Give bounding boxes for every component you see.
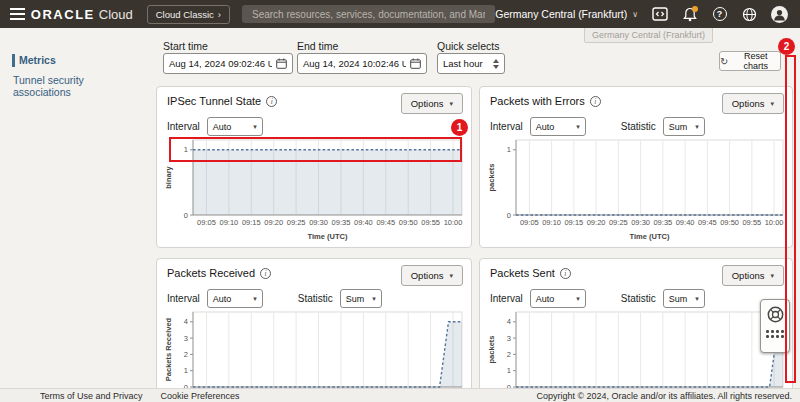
annotation-marker-2: 2	[778, 38, 795, 55]
svg-text:Time (UTC): Time (UTC)	[308, 232, 348, 241]
svg-text:09:20: 09:20	[264, 218, 283, 227]
statistic-label: Statistic	[621, 293, 656, 304]
svg-text:09:05: 09:05	[197, 218, 216, 227]
svg-text:09:50: 09:50	[399, 218, 418, 227]
annotation-box-2	[785, 55, 796, 383]
statistic-select[interactable]: Sum ▾	[340, 289, 382, 308]
statistic-label: Statistic	[298, 293, 333, 304]
svg-text:10:00: 10:00	[765, 218, 784, 227]
refresh-icon: ↻	[720, 56, 728, 67]
options-button[interactable]: Options ▾	[722, 93, 784, 114]
caret-down-icon: ▾	[372, 295, 376, 303]
options-button[interactable]: Options ▾	[401, 93, 463, 114]
terms-of-use-link[interactable]: Terms of Use and Privacy	[40, 391, 143, 401]
svg-text:1: 1	[507, 145, 511, 154]
start-time-input[interactable]: Aug 14, 2024 09:02:46 UTC	[163, 53, 293, 74]
language-globe-icon[interactable]	[741, 6, 758, 23]
svg-text:09:25: 09:25	[287, 218, 306, 227]
svg-text:packets: packets	[487, 164, 496, 192]
svg-text:0: 0	[184, 211, 188, 220]
info-icon[interactable]: i	[560, 268, 571, 279]
caret-down-icon: ▾	[449, 272, 453, 280]
developer-tools-icon[interactable]	[651, 6, 668, 23]
caret-down-icon: ▾	[695, 295, 699, 303]
svg-text:09:05: 09:05	[520, 218, 539, 227]
options-button[interactable]: Options ▾	[722, 265, 784, 286]
svg-text:09:10: 09:10	[542, 218, 561, 227]
caret-down-icon: ▾	[770, 272, 774, 280]
calendar-icon	[410, 58, 421, 69]
svg-text:09:15: 09:15	[242, 218, 261, 227]
svg-text:09:55: 09:55	[421, 218, 440, 227]
svg-text:3: 3	[184, 334, 188, 343]
info-icon[interactable]: i	[260, 268, 271, 279]
stepper-icon	[493, 59, 499, 69]
top-navigation-bar: ORACLE Cloud Cloud Classic › Germany Cen…	[0, 0, 800, 28]
caret-down-icon: ▾	[576, 123, 580, 131]
statistic-select[interactable]: Sum ▾	[663, 117, 705, 136]
quick-selects-dropdown[interactable]: Last hour	[437, 53, 505, 74]
cookie-preferences-link[interactable]: Cookie Preferences	[161, 391, 240, 401]
packets-with-errors-chart[interactable]: 09:0509:1009:1509:2009:2509:3009:3509:40…	[486, 135, 788, 243]
caret-down-icon: ▾	[253, 295, 257, 303]
cloud-classic-button[interactable]: Cloud Classic ›	[147, 5, 230, 24]
svg-text:09:35: 09:35	[653, 218, 672, 227]
svg-text:3: 3	[507, 334, 511, 343]
sidebar: Metrics Tunnel security associations	[0, 28, 150, 388]
svg-text:2: 2	[507, 350, 511, 359]
region-tooltip: Germany Central (Frankfurt)	[584, 27, 713, 43]
caret-down-icon: ▾	[253, 123, 257, 131]
end-time-input[interactable]: Aug 14, 2024 10:02:46 UTC	[297, 53, 427, 74]
help-icon[interactable]: ?	[711, 6, 728, 23]
search-input[interactable]	[242, 5, 495, 23]
svg-text:4: 4	[184, 317, 188, 326]
caret-down-icon: ▾	[576, 295, 580, 303]
statistic-select[interactable]: Sum ▾	[663, 289, 705, 308]
drag-handle-icon[interactable]	[766, 330, 784, 338]
interval-select[interactable]: Auto ▾	[530, 289, 586, 308]
footer: Terms of Use and Privacy Cookie Preferen…	[0, 388, 800, 402]
interval-label: Interval	[167, 293, 200, 304]
svg-text:binary: binary	[164, 165, 173, 188]
svg-text:09:15: 09:15	[564, 218, 583, 227]
region-selector[interactable]: Germany Central (Frankfurt) ∨	[495, 8, 638, 20]
caret-down-icon: ▾	[449, 100, 453, 108]
interval-select[interactable]: Auto ▾	[530, 117, 586, 136]
svg-text:09:50: 09:50	[720, 218, 739, 227]
sidebar-item-metrics[interactable]: Metrics	[0, 50, 150, 70]
interval-select[interactable]: Auto ▾	[207, 289, 263, 308]
svg-text:1: 1	[507, 366, 511, 375]
interval-select[interactable]: Auto ▾	[207, 117, 263, 136]
notification-dot	[692, 6, 698, 12]
sidebar-item-tunnel-security-associations[interactable]: Tunnel security associations	[0, 70, 150, 102]
interval-label: Interval	[490, 121, 523, 132]
svg-text:09:30: 09:30	[309, 218, 328, 227]
info-icon[interactable]: i	[266, 96, 277, 107]
annotation-box-1	[169, 137, 462, 162]
interval-label: Interval	[490, 293, 523, 304]
svg-text:09:25: 09:25	[609, 218, 628, 227]
calendar-icon	[276, 58, 287, 69]
svg-text:packets: packets	[487, 336, 496, 364]
notifications-bell-icon[interactable]	[681, 6, 698, 23]
oracle-cloud-logo[interactable]: ORACLE Cloud	[31, 7, 133, 22]
panel-title: Packets with Errors	[490, 95, 585, 107]
profile-avatar-icon[interactable]	[771, 6, 788, 23]
svg-text:09:30: 09:30	[631, 218, 650, 227]
info-icon[interactable]: i	[590, 96, 601, 107]
caret-down-icon: ▾	[770, 100, 774, 108]
svg-text:Packets Received: Packets Received	[164, 317, 173, 381]
copyright-text: Copyright © 2024, Oracle and/or its affi…	[536, 391, 800, 401]
brand-cloud: Cloud	[99, 7, 133, 22]
hamburger-menu-icon[interactable]	[0, 0, 27, 28]
chevron-down-icon: ∨	[632, 10, 638, 19]
reset-charts-button[interactable]: ↻ Reset charts	[719, 51, 781, 71]
svg-text:09:35: 09:35	[332, 218, 351, 227]
panel-title: IPSec Tunnel State	[167, 95, 261, 107]
svg-text:09:40: 09:40	[676, 218, 695, 227]
quick-selects-label: Quick selects	[437, 40, 499, 52]
panel-packets-with-errors: Packets with Errors i Options ▾ Interval…	[479, 86, 793, 248]
chevron-right-icon: ›	[218, 9, 221, 20]
options-button[interactable]: Options ▾	[401, 265, 463, 286]
svg-text:2: 2	[184, 350, 188, 359]
